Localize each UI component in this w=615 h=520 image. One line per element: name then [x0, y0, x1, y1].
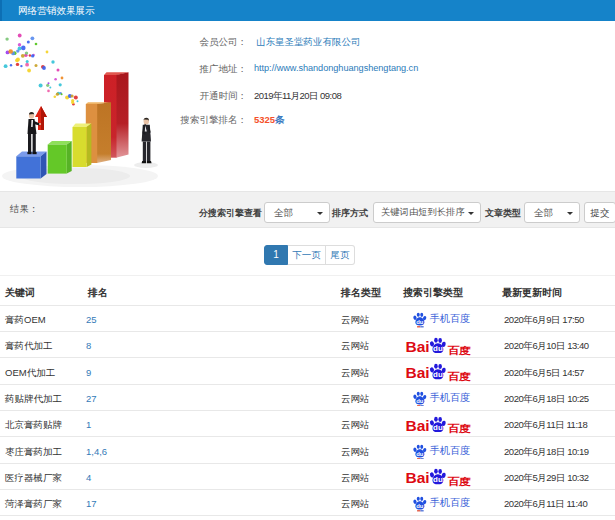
svg-text:du: du — [416, 451, 424, 457]
svg-text:du: du — [433, 344, 443, 353]
svg-text:du: du — [433, 371, 443, 380]
svg-text:du: du — [416, 398, 424, 404]
svg-text:du: du — [433, 476, 443, 485]
svg-text:du: du — [433, 423, 443, 432]
svg-text:du: du — [416, 319, 424, 325]
svg-text:du: du — [416, 503, 424, 509]
